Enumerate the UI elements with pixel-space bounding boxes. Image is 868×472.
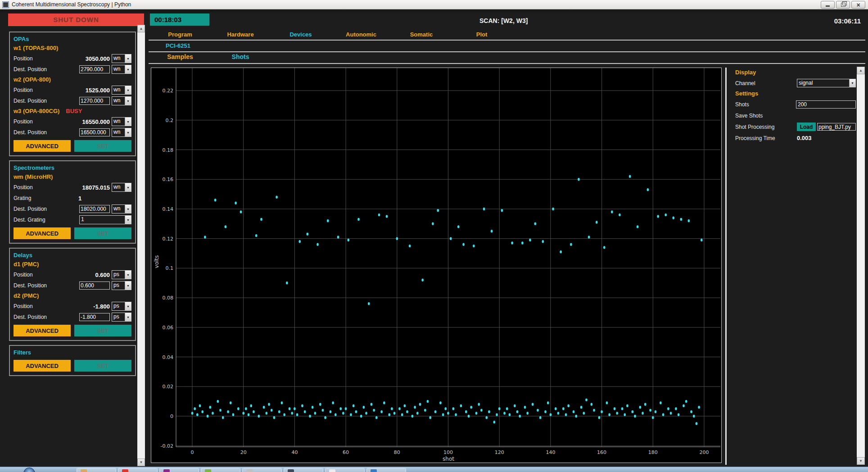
taskbar-item[interactable] <box>325 468 365 472</box>
hardware-panel-scrollbar[interactable]: ▲ ▼ <box>137 25 145 466</box>
chevron-down-icon: ▼ <box>125 183 131 191</box>
tab-autonomic[interactable]: Autonomic <box>331 30 391 40</box>
w2-dest-position-input[interactable] <box>79 97 110 105</box>
svg-text:volts: volts <box>154 255 160 268</box>
wm-dest-units-select[interactable]: wn▼ <box>112 204 131 213</box>
window-titlebar: Coherent Multidimensional Spectroscopy |… <box>0 0 868 9</box>
minimize-button[interactable] <box>821 1 835 9</box>
d2-dest-units-select[interactable]: ps▼ <box>112 313 131 322</box>
tab-devices[interactable]: Devices <box>271 30 331 40</box>
scroll-up-icon[interactable]: ▲ <box>857 67 865 74</box>
panel-divider[interactable] <box>725 68 727 465</box>
svg-text:20: 20 <box>240 449 247 455</box>
taskbar-item[interactable] <box>118 468 158 472</box>
tab-program[interactable]: Program <box>150 30 210 40</box>
wm-grating-row: Grating 1 <box>14 193 131 203</box>
scroll-down-icon[interactable]: ▼ <box>857 457 865 465</box>
taskbar-item[interactable] <box>366 468 406 472</box>
spectrometers-advanced-button[interactable]: ADVANCED <box>14 227 71 239</box>
svg-text:0.06: 0.06 <box>163 325 174 331</box>
clock: 03:06:11 <box>834 17 861 25</box>
close-button[interactable]: × <box>851 1 865 9</box>
dest-grating-label: Dest. Grating <box>14 217 79 223</box>
taskbar-item[interactable] <box>77 468 116 472</box>
tab-samples[interactable]: Samples <box>150 53 210 60</box>
d1-position-row: Position 0.600 ps▼ <box>14 270 131 280</box>
chevron-down-icon: ▼ <box>125 54 131 63</box>
svg-text:60: 60 <box>343 449 349 455</box>
svg-text:shot: shot <box>443 456 454 462</box>
svg-text:100: 100 <box>443 449 453 455</box>
d2-dest-position-input[interactable] <box>79 313 110 321</box>
w2-dest-units-select[interactable]: wn▼ <box>112 96 131 105</box>
w3-position-value: 16550.000 <box>77 118 110 125</box>
svg-text:0.12: 0.12 <box>163 236 174 242</box>
d1-dest-units-select[interactable]: ps▼ <box>112 281 131 290</box>
w3-name: w3 (OPA-800CG) <box>14 107 59 116</box>
w1-position-units-select[interactable]: wn▼ <box>112 54 131 63</box>
channel-label: Channel <box>735 80 797 86</box>
taskbar-item[interactable] <box>242 468 282 472</box>
w2-position-units-select[interactable]: wn▼ <box>112 86 131 95</box>
d1-name: d1 (PMC) <box>14 260 39 269</box>
svg-text:-0.02: -0.02 <box>161 443 173 449</box>
position-label: Position <box>14 303 77 309</box>
app-white-icon <box>329 469 335 472</box>
scroll-up-icon[interactable]: ▲ <box>137 25 145 32</box>
shots-input[interactable] <box>796 100 856 109</box>
delays-advanced-button[interactable]: ADVANCED <box>14 325 71 336</box>
restore-button[interactable] <box>836 1 850 9</box>
filters-set-button[interactable]: SET <box>74 360 131 372</box>
filters-advanced-button[interactable]: ADVANCED <box>14 360 71 372</box>
spectrometers-set-button[interactable]: SET <box>74 227 131 239</box>
run-timer: 00:18:03 <box>150 14 209 26</box>
taskbar-item[interactable] <box>201 468 240 472</box>
shutdown-button[interactable]: SHUT DOWN <box>8 14 144 26</box>
spectrometers-title: Spectrometers <box>14 163 131 172</box>
opas-set-button[interactable]: SET <box>74 140 131 152</box>
minimize-icon <box>826 5 830 7</box>
delays-set-button[interactable]: SET <box>74 325 131 336</box>
start-button[interactable] <box>23 467 35 472</box>
wm-dest-position-input[interactable] <box>79 205 110 213</box>
svg-text:0.22: 0.22 <box>163 88 174 94</box>
svg-text:0.2: 0.2 <box>166 118 174 123</box>
tab-shots[interactable]: Shots <box>210 53 271 60</box>
position-label: Position <box>14 118 77 125</box>
w3-position-units-select[interactable]: wn▼ <box>112 117 131 126</box>
taskbar-item[interactable] <box>284 468 323 472</box>
hardware-panel: OPAs w1 (TOPAS-800) Position 3050.000 wn… <box>9 32 136 380</box>
w1-dest-position-input[interactable] <box>79 65 110 73</box>
d2-position-units-select[interactable]: ps▼ <box>112 302 131 311</box>
scroll-down-icon[interactable]: ▼ <box>137 458 145 466</box>
position-label: Position <box>14 184 77 191</box>
w3-dest-units-select[interactable]: wn▼ <box>112 128 131 137</box>
shot-processing-label: Shot Processing <box>735 124 797 130</box>
chevron-down-icon: ▼ <box>125 205 131 213</box>
section-spectrometers: Spectrometers wm (MicroHR) Position 1807… <box>9 160 136 244</box>
wm-dest-grating-select[interactable]: 1▼ <box>79 215 131 224</box>
channel-select[interactable]: signal▼ <box>797 79 856 87</box>
processing-file-input[interactable] <box>817 123 856 131</box>
tab-hardware[interactable]: Hardware <box>210 30 271 40</box>
taskbar-item[interactable] <box>159 468 199 472</box>
opas-advanced-button[interactable]: ADVANCED <box>14 140 71 152</box>
w3-dest-position-input[interactable] <box>79 128 110 136</box>
w1-dest-units-select[interactable]: wn▼ <box>112 65 131 74</box>
app-green-icon <box>205 469 211 472</box>
w3-dest-row: Dest. Position wn▼ <box>14 127 131 137</box>
tab-somatic[interactable]: Somatic <box>391 30 452 40</box>
settings-panel-scrollbar[interactable]: ▲ ▼ <box>857 67 865 465</box>
d1-position-units-select[interactable]: ps▼ <box>112 270 131 279</box>
tab-pci-6251[interactable]: PCI-6251 <box>166 42 190 49</box>
svg-text:0.1: 0.1 <box>166 265 174 271</box>
load-button[interactable]: Load <box>797 123 816 131</box>
d1-dest-row: Dest. Position ps▼ <box>14 281 131 290</box>
d1-dest-position-input[interactable] <box>79 281 110 290</box>
chevron-down-icon: ▼ <box>849 79 855 87</box>
opas-title: OPAs <box>14 35 131 44</box>
wm-position-units-select[interactable]: wn▼ <box>112 183 131 192</box>
svg-text:160: 160 <box>597 449 606 455</box>
tab-plot[interactable]: Plot <box>452 30 512 40</box>
app-icon <box>2 1 9 8</box>
